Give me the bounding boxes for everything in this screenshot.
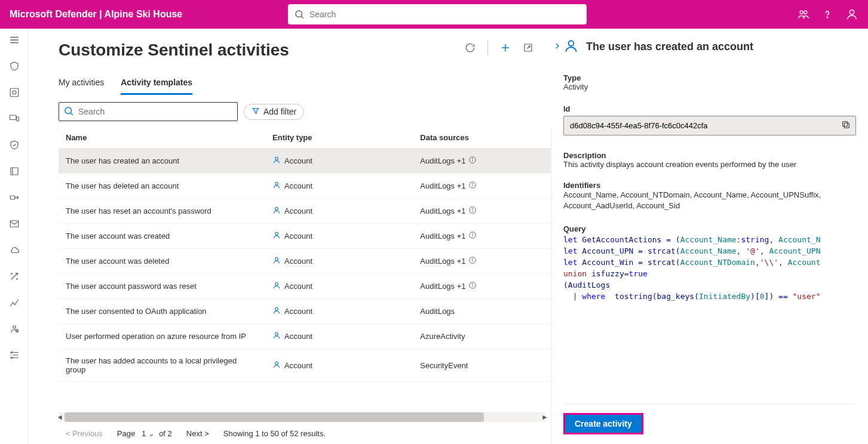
account-icon[interactable] [845, 8, 858, 21]
library-icon[interactable] [9, 166, 20, 177]
row-name: The user has created an account [59, 149, 265, 174]
identity-icon[interactable] [9, 323, 20, 334]
asset-icon[interactable] [9, 87, 20, 98]
svg-point-5 [849, 10, 854, 14]
reports-icon[interactable] [9, 297, 20, 308]
svg-rect-16 [10, 221, 19, 227]
table-row[interactable]: The user has added accounts to a local p… [59, 349, 551, 382]
svg-point-48 [275, 282, 278, 285]
account-icon [272, 281, 281, 291]
row-entity: Account [284, 332, 312, 341]
devices-icon[interactable] [9, 113, 20, 124]
account-icon [272, 156, 281, 166]
svg-point-55 [569, 41, 574, 46]
details-panel: The user has created an account Type Act… [551, 29, 868, 444]
tab-my-activities[interactable]: My activities [59, 78, 104, 95]
info-icon[interactable] [468, 281, 477, 291]
col-entity[interactable]: Entity type [265, 127, 413, 149]
settings-icon[interactable] [9, 350, 20, 360]
add-filter-label: Add filter [263, 107, 296, 116]
type-label: Type [563, 73, 856, 82]
popout-icon[interactable] [523, 42, 533, 53]
help-icon[interactable] [821, 8, 833, 20]
wand-icon[interactable] [9, 271, 20, 282]
menu-toggle-icon[interactable] [9, 35, 20, 45]
svg-point-39 [472, 208, 473, 209]
table-row[interactable]: The user account was deletedAccountAudit… [59, 249, 551, 274]
svg-point-28 [275, 157, 278, 160]
prev-page[interactable]: < Previous [66, 429, 103, 438]
add-filter-button[interactable]: Add filter [244, 104, 304, 120]
table-row[interactable]: The user has created an accountAccountAu… [59, 149, 551, 174]
identifiers-label: Identifiers [563, 181, 856, 190]
table-row[interactable]: User performed operation on azure resour… [59, 324, 551, 349]
row-entity: Account [284, 282, 312, 291]
account-icon [272, 306, 281, 316]
scroll-right-icon[interactable]: ► [540, 412, 550, 422]
col-name[interactable]: Name [59, 127, 265, 149]
tab-activity-templates[interactable]: Activity templates [121, 78, 192, 95]
row-datasource: AuditLogs +1 [420, 282, 465, 291]
svg-point-54 [275, 362, 278, 365]
search-icon [294, 9, 305, 21]
row-entity: Account [284, 232, 312, 240]
protection-icon[interactable] [9, 140, 20, 150]
account-icon [272, 256, 281, 266]
info-icon[interactable] [468, 206, 477, 216]
page-number[interactable]: 1 [142, 429, 146, 438]
svg-point-2 [800, 11, 803, 14]
user-icon [563, 38, 579, 56]
svg-point-52 [275, 307, 278, 310]
svg-point-51 [472, 283, 473, 284]
add-icon[interactable] [500, 42, 511, 53]
row-entity: Account [284, 156, 312, 165]
global-search-input[interactable] [288, 4, 587, 24]
copy-icon[interactable] [836, 116, 855, 135]
row-entity: Account [284, 361, 312, 370]
refresh-icon[interactable] [465, 42, 476, 53]
shield-icon[interactable] [9, 61, 20, 72]
table-row[interactable]: The user consented to OAuth applicationA… [59, 299, 551, 324]
table-row[interactable]: The user has deleted an accountAccountAu… [59, 174, 551, 199]
svg-point-40 [275, 232, 278, 235]
next-page[interactable]: Next > [186, 429, 209, 438]
table-row[interactable]: The user account password was resetAccou… [59, 274, 551, 299]
info-icon[interactable] [468, 256, 477, 266]
account-icon [272, 360, 281, 371]
info-icon[interactable] [468, 181, 477, 191]
scrollbar-thumb[interactable] [65, 412, 484, 422]
svg-point-22 [11, 357, 12, 358]
svg-point-31 [472, 158, 473, 159]
connect-icon[interactable] [9, 192, 20, 203]
mail-icon[interactable] [9, 218, 20, 229]
header-actions [798, 8, 858, 21]
page-chevron-icon[interactable]: ⌄ [148, 429, 157, 438]
svg-rect-9 [10, 88, 19, 97]
table-row[interactable]: The user account was createdAccountAudit… [59, 224, 551, 249]
page-label: Page [117, 429, 135, 438]
row-name: The user has deleted an account [59, 174, 265, 199]
people-icon[interactable] [798, 8, 809, 20]
svg-line-27 [70, 113, 72, 115]
collapse-panel-icon[interactable] [553, 41, 562, 53]
create-activity-button[interactable]: Create activity [563, 413, 643, 434]
pager: < Previous Page 1 ⌄ of 2 Next > Showing … [59, 423, 551, 444]
col-data[interactable]: Data sources [413, 127, 551, 149]
left-nav [0, 29, 29, 444]
filter-search-input[interactable] [59, 102, 238, 121]
row-datasource: AzureActivity [420, 332, 465, 341]
scroll-left-icon[interactable]: ◄ [59, 412, 65, 422]
query-code: let GetAccountActions = (Account_Name:st… [563, 233, 856, 302]
info-icon[interactable] [468, 156, 477, 166]
row-entity: Account [284, 307, 312, 316]
cloud-icon[interactable] [9, 245, 20, 255]
id-value[interactable] [564, 116, 836, 135]
horizontal-scrollbar[interactable]: ◄ ► [59, 412, 546, 422]
info-icon[interactable] [468, 231, 477, 241]
details-title: The user has created an account [586, 41, 753, 53]
row-name: The user account was deleted [59, 249, 265, 274]
row-entity: Account [284, 181, 312, 190]
svg-line-1 [301, 16, 303, 18]
table-row[interactable]: The user has reset an account's password… [59, 199, 551, 224]
row-entity: Account [284, 257, 312, 266]
